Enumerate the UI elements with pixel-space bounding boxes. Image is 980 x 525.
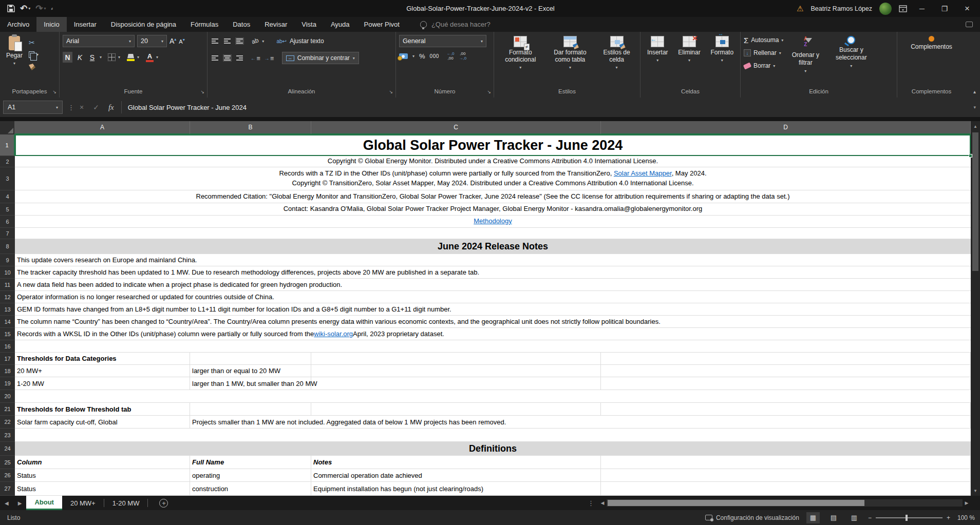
page-break-view-icon[interactable]: ▥ — [847, 512, 861, 523]
scroll-down-icon[interactable]: ▼ — [971, 485, 980, 496]
row-content-13[interactable]: GEM ID formats have changed from an L8+5… — [15, 303, 971, 316]
row-content-14[interactable]: The column name “Country” has been chang… — [15, 316, 971, 328]
italic-button[interactable]: K — [75, 52, 85, 63]
cell-styles-button[interactable]: Estilos de celda▾ — [596, 35, 637, 85]
fill-handle[interactable] — [969, 154, 972, 158]
scroll-up-icon[interactable]: ▲ — [971, 121, 980, 131]
sheet-nav-right-icon[interactable]: ▶ — [13, 500, 27, 506]
underline-button[interactable]: S — [87, 52, 97, 63]
cell-D27[interactable] — [601, 482, 971, 495]
align-middle-icon[interactable] — [223, 37, 232, 45]
increase-font-icon[interactable]: A▴ — [169, 37, 176, 45]
fill-button[interactable]: ↓Rellenar▾ — [744, 48, 783, 58]
cell-C18[interactable] — [311, 365, 601, 377]
font-color-icon[interactable]: A — [146, 53, 154, 62]
increase-decimal-icon[interactable]: ←,0,00 — [447, 52, 455, 61]
ribbon-tab-ayuda[interactable]: Ayuda — [324, 17, 357, 32]
cell-B22[interactable]: Projects smaller than 1 MW are not inclu… — [190, 416, 971, 428]
normal-view-icon[interactable]: ▦ — [806, 512, 820, 523]
clear-button[interactable]: Borrar▾ — [744, 61, 783, 71]
row-header-2[interactable]: 2 — [0, 156, 15, 167]
save-icon[interactable] — [7, 5, 15, 12]
zoom-slider[interactable] — [876, 517, 943, 518]
row-header-22[interactable]: 22 — [0, 416, 15, 429]
cell-C27[interactable]: Equipment installation has begun (not ju… — [311, 482, 601, 495]
cell-B26[interactable]: operating — [190, 469, 311, 481]
row-content-23[interactable] — [15, 429, 971, 442]
scroll-left-icon[interactable]: ◀ — [598, 500, 607, 505]
name-box[interactable]: A1▾ — [3, 101, 63, 114]
row-header-3[interactable]: 3 — [0, 167, 15, 190]
format-painter-button[interactable] — [29, 63, 39, 71]
alignment-dialog-launcher[interactable]: ↘ — [389, 89, 393, 94]
row-header-12[interactable]: 12 — [0, 291, 15, 303]
align-left-icon[interactable] — [211, 54, 219, 62]
formula-bar-grip[interactable]: ⋮ — [68, 104, 74, 111]
insert-function-icon[interactable]: fx — [108, 103, 114, 112]
row-header-16[interactable]: 16 — [0, 340, 15, 353]
row-header-11[interactable]: 11 — [0, 279, 15, 291]
cell-D19[interactable] — [601, 377, 971, 390]
undo-button[interactable]: ↶▾ — [20, 3, 30, 14]
enter-icon[interactable]: ✓ — [93, 103, 99, 111]
warning-icon[interactable]: ⚠ — [797, 4, 803, 13]
row-content-6[interactable]: Methodology — [15, 216, 971, 228]
row-header-1[interactable]: 1 — [0, 134, 15, 156]
sheet-tab-1-20-mw[interactable]: 1-20 MW — [104, 496, 148, 510]
row-content-7[interactable] — [15, 228, 971, 239]
row-content-12[interactable]: Operator information is no longer resear… — [15, 291, 971, 303]
decrease-indent-icon[interactable]: ←≣ — [251, 55, 260, 61]
row-header-15[interactable]: 15 — [0, 328, 15, 340]
format-as-table-button[interactable]: Dar formato como tabla▾ — [547, 35, 594, 85]
row-content-25[interactable]: ColumnFull NameNotes — [15, 456, 971, 469]
redo-button[interactable]: ↷▾ — [35, 3, 46, 14]
select-all-corner[interactable] — [0, 121, 15, 134]
row-header-24[interactable]: 24 — [0, 442, 15, 456]
ribbon-tab-datos[interactable]: Datos — [225, 17, 257, 32]
row-content-3[interactable]: Records with a TZ ID in the Other IDs (u… — [15, 167, 971, 190]
comma-style-icon[interactable]: 000 — [430, 53, 439, 59]
vertical-scrollbar[interactable]: ▲ ▼ — [971, 121, 980, 496]
avatar[interactable] — [879, 3, 892, 15]
wrap-text-button[interactable]: ab↩ Ajustar texto — [273, 35, 327, 47]
addins-button[interactable]: Complementos — [908, 35, 955, 85]
cut-button[interactable]: ✂ — [29, 38, 39, 47]
row-header-20[interactable]: 20 — [0, 390, 15, 403]
font-size-combo[interactable]: 20▾ — [137, 35, 167, 47]
collapse-ribbon-icon[interactable]: ▴ — [973, 89, 976, 94]
row-header-18[interactable]: 18 — [0, 365, 15, 377]
fill-color-icon[interactable] — [127, 54, 135, 61]
decrease-font-icon[interactable]: A▾ — [179, 37, 184, 45]
cell-B18[interactable]: larger than or equal to 20 MW — [190, 365, 311, 377]
cell-C25[interactable]: Notes — [311, 456, 601, 469]
row-content-19[interactable]: 1-20 MWlarger than 1 MW, but smaller tha… — [15, 377, 971, 390]
display-settings-button[interactable]: Configuración de visualización — [705, 514, 799, 521]
row-header-17[interactable]: 17 — [0, 353, 15, 365]
number-dialog-launcher[interactable]: ↘ — [487, 89, 491, 94]
cell-D26[interactable] — [601, 469, 971, 481]
fill-color-dropdown[interactable]: ▾ — [137, 55, 139, 60]
column-header-B[interactable]: B — [190, 121, 311, 134]
comments-icon[interactable] — [966, 22, 973, 27]
ribbon-tab-archivo[interactable]: Archivo — [0, 17, 36, 32]
cell-B25[interactable]: Full Name — [190, 456, 311, 469]
borders-icon[interactable] — [108, 53, 116, 61]
tell-me-search[interactable]: ¿Qué desea hacer? — [420, 21, 491, 28]
percent-style-icon[interactable]: % — [419, 52, 425, 60]
delete-cells-button[interactable]: Eliminar▾ — [675, 35, 703, 85]
align-right-icon[interactable] — [235, 54, 244, 62]
row-header-4[interactable]: 4 — [0, 190, 15, 203]
row-header-19[interactable]: 19 — [0, 377, 15, 390]
accounting-dropdown[interactable]: ▾ — [412, 54, 414, 59]
customize-qat-icon[interactable]: ⸗ — [51, 6, 53, 11]
sheet-nav-left-icon[interactable]: ◀ — [0, 500, 13, 506]
ribbon-tab-disposici-n-de-p-gina[interactable]: Disposición de página — [104, 17, 183, 32]
cell-A21[interactable]: Thresholds for Below Threshold tab — [15, 403, 190, 415]
ribbon-tab-insertar[interactable]: Insertar — [67, 17, 104, 32]
sheet-options-icon[interactable]: ⋮ — [588, 499, 594, 507]
increase-indent-icon[interactable]: →≣ — [264, 55, 274, 61]
formula-content[interactable]: Global Solar Power Tracker - June 2024 — [128, 104, 974, 111]
ribbon-tab-inicio[interactable]: Inicio — [36, 17, 66, 32]
row-header-6[interactable]: 6 — [0, 216, 15, 228]
account-name[interactable]: Beatriz Ramos López — [811, 5, 872, 12]
